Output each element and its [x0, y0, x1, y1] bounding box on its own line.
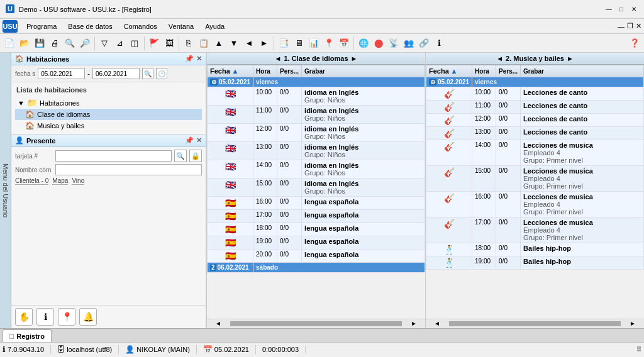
minimize-button[interactable]: —	[604, 4, 614, 14]
tree-habitaciones[interactable]: ▼ 📁 Habitaciones	[15, 97, 202, 109]
tb-chart[interactable]: 📊	[307, 36, 321, 50]
table-row[interactable]: 🎸 15:00 0/0 Lecciones de musicaEmpleado …	[426, 166, 644, 192]
close-button[interactable]: ✕	[629, 4, 639, 14]
menu-ventana[interactable]: Ventana	[164, 21, 199, 31]
pin-btn[interactable]: 📍	[58, 308, 75, 326]
table-row[interactable]: 🇪🇸 19:00 0/0 lengua española	[208, 236, 425, 250]
clientela-tag[interactable]: Clientela - 0	[15, 177, 48, 185]
tb-image[interactable]: 🖼	[162, 36, 176, 50]
panel1-nav-right[interactable]: ►	[351, 55, 358, 62]
table-row[interactable]: 🎸 12:00 0/0 Lecciones de canto	[426, 114, 644, 127]
tb-circle[interactable]: ⬤	[372, 36, 386, 50]
tb-up[interactable]: ▲	[212, 36, 226, 50]
menu-comandos[interactable]: Comandos	[119, 21, 162, 31]
date-to-input[interactable]	[92, 68, 140, 79]
panel2-nav-left[interactable]: ◄	[496, 55, 503, 62]
table-row[interactable]: ⊕05.02.2021 viernes	[208, 77, 425, 87]
tb-antenna[interactable]: 📡	[387, 36, 401, 50]
tarjeta-lock-btn[interactable]: 🔒	[189, 150, 202, 162]
table-row[interactable]: 🇬🇧 12:00 0/0 idioma en InglésGrupo: Niño…	[208, 124, 425, 142]
tb-paste[interactable]: 📋	[197, 36, 211, 50]
panel2-scroll-right[interactable]: ►	[621, 319, 644, 328]
tb-down[interactable]: ▼	[227, 36, 241, 50]
panel1-scroll[interactable]: Fecha ▲ Hora Pers... Grabar ⊕05.02.2021 …	[207, 65, 425, 319]
tb-share[interactable]: 🔗	[417, 36, 431, 50]
panel2-scroll[interactable]: Fecha ▲ Hora Pers... Grabar ⊕05.02.2021 …	[426, 65, 644, 319]
tb-right[interactable]: ►	[257, 36, 271, 50]
panel1-nav-left[interactable]: ◄	[275, 55, 282, 62]
col-pers-1[interactable]: Pers...	[277, 65, 302, 77]
tb-filter3[interactable]: ◫	[128, 36, 142, 50]
table-row[interactable]: 🇬🇧 15:00 0/0 idioma en InglésGrupo: Niño…	[208, 178, 425, 197]
panel2-scroll-left[interactable]: ◄	[426, 319, 448, 328]
table-row[interactable]: 🇬🇧 10:00 0/0 idioma en InglésGrupo: Niño…	[208, 87, 425, 106]
tb-print[interactable]: 🖨	[48, 36, 62, 50]
table-row[interactable]: 🇬🇧 14:00 0/0 idioma en InglésGrupo: Niño…	[208, 160, 425, 178]
col-fecha-1[interactable]: Fecha ▲	[208, 65, 253, 77]
tb-left[interactable]: ◄	[242, 36, 256, 50]
nombre-input[interactable]	[55, 164, 202, 175]
tb-date[interactable]: 📅	[337, 36, 351, 50]
tb-open[interactable]: 📂	[18, 36, 31, 50]
table-row[interactable]: 🇪🇸 16:00 0/0 lengua española	[208, 197, 425, 210]
tb-map[interactable]: 📍	[322, 36, 336, 50]
close-panel-icon[interactable]: ✕	[196, 55, 202, 63]
mapa-tag[interactable]: Mapa	[52, 177, 68, 185]
col-grabar-2[interactable]: Grabar	[521, 65, 644, 77]
vino-tag[interactable]: Vino	[72, 177, 84, 185]
menu-close[interactable]: ✕	[636, 22, 641, 30]
tab-registro[interactable]: □ Registro	[3, 329, 52, 342]
panel1-scroll-left[interactable]: ◄	[207, 319, 230, 328]
tb-filter2[interactable]: ⊿	[113, 36, 126, 50]
hand-btn[interactable]: ✋	[15, 308, 33, 326]
tb-save[interactable]: 💾	[33, 36, 47, 50]
table-row[interactable]: 🎸 11:00 0/0 Lecciones de canto	[426, 101, 644, 114]
menu-base-datos[interactable]: Base de datos	[63, 21, 117, 31]
tarjeta-input[interactable]	[55, 150, 172, 162]
presente-pin[interactable]: 📌	[185, 136, 194, 145]
tb-copy[interactable]: ⎘	[182, 36, 196, 50]
table-row[interactable]: 🇬🇧 11:00 0/0 idioma en InglésGrupo: Niño…	[208, 106, 425, 124]
tb-globe[interactable]: 🌐	[357, 36, 370, 50]
date-refresh-button[interactable]: 🕐	[156, 68, 167, 79]
table-row[interactable]: 🇪🇸 18:00 0/0 lengua española	[208, 223, 425, 236]
col-hora-2[interactable]: Hora	[472, 65, 496, 77]
table-row[interactable]: 🎸 10:00 0/0 Lecciones de canto	[426, 87, 644, 101]
table-row[interactable]: 🇬🇧 13:00 0/0 idioma en InglésGrupo: Niño…	[208, 142, 425, 160]
tree-clase-idiomas[interactable]: 🏠 Clase de idiomas	[15, 109, 202, 120]
table-row[interactable]: 🇪🇸 17:00 0/0 lengua española	[208, 210, 425, 223]
table-row[interactable]: 206.02.2021 sábado	[208, 263, 425, 273]
col-pers-2[interactable]: Pers...	[496, 65, 521, 77]
tarjeta-search-btn[interactable]: 🔍	[174, 150, 187, 162]
tb-help[interactable]: ❓	[628, 36, 641, 50]
tb-filter[interactable]: ▽	[97, 36, 111, 50]
table-row[interactable]: 🕺 18:00 0/0 Bailes hip-hop	[426, 243, 644, 256]
col-grabar-1[interactable]: Grabar	[302, 65, 425, 77]
date-search-button[interactable]: 🔍	[142, 68, 153, 79]
table-row[interactable]: 🕺 19:00 0/0 Bailes hip-hop	[426, 256, 644, 270]
col-fecha-2[interactable]: Fecha ▲	[426, 65, 472, 77]
table-row[interactable]: 🎸 13:00 0/0 Lecciones de canto	[426, 127, 644, 140]
menu-programa[interactable]: Programa	[21, 21, 62, 31]
tree-musica-bailes[interactable]: 🏠 Musica y bailes	[15, 120, 202, 131]
table-row[interactable]: 🎸 17:00 0/0 Lecciones de musicaEmpleado …	[426, 217, 644, 243]
tb-search[interactable]: 🔍	[63, 36, 77, 50]
menu-ayuda[interactable]: Ayuda	[200, 21, 230, 31]
tb-doc[interactable]: 📑	[277, 36, 291, 50]
table-row[interactable]: 🎸 14:00 0/0 Lecciones de musicaEmpleado …	[426, 140, 644, 166]
tb-info[interactable]: ℹ	[432, 36, 446, 50]
table-row[interactable]: 🎸 16:00 0/0 Lecciones de musicaEmpleado …	[426, 192, 644, 217]
date-from-input[interactable]	[38, 68, 85, 79]
sidebar-menu-tab[interactable]: Menu del Usuario	[0, 53, 11, 328]
presente-close[interactable]: ✕	[196, 136, 202, 145]
bell-btn[interactable]: 🔔	[79, 308, 97, 326]
menu-restore[interactable]: ❐	[627, 22, 633, 30]
table-row[interactable]: 🇪🇸 20:00 0/0 lengua española	[208, 250, 425, 263]
tb-flag[interactable]: 🚩	[147, 36, 161, 50]
tb-calc[interactable]: 🖥	[292, 36, 306, 50]
tb-search2[interactable]: 🔎	[78, 36, 92, 50]
tb-new[interactable]: 📄	[3, 36, 16, 50]
panel2-nav-right[interactable]: ►	[567, 55, 574, 62]
pin-icon[interactable]: 📌	[185, 55, 194, 63]
tb-users[interactable]: 👥	[402, 36, 416, 50]
